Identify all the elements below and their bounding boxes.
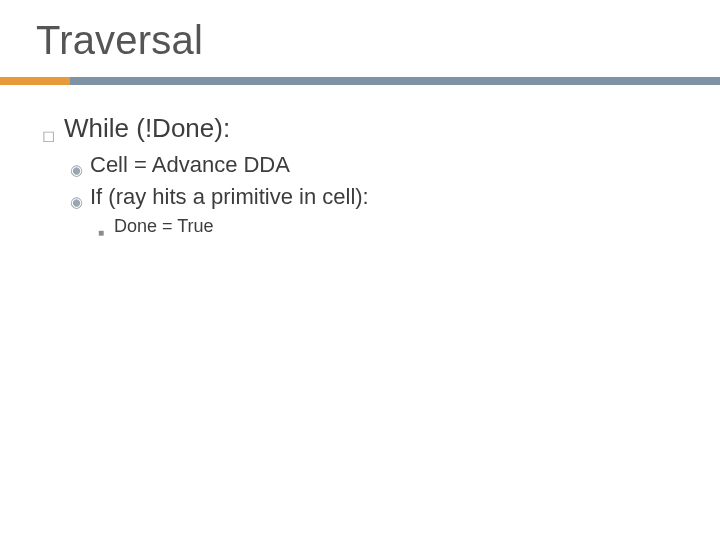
underline-main	[70, 77, 720, 85]
square-bullet-icon: ◻	[42, 128, 64, 144]
bullet-level1: ◻ While (!Done):	[42, 113, 684, 144]
bullet-text: Cell = Advance DDA	[90, 152, 290, 178]
bullet-level2: ◉ If (ray hits a primitive in cell):	[70, 184, 684, 210]
slide-title: Traversal	[36, 18, 684, 63]
square-bullet-icon: ■	[98, 228, 114, 238]
slide-body: ◻ While (!Done): ◉ Cell = Advance DDA ◉ …	[36, 113, 684, 237]
circle-bullet-icon: ◉	[70, 162, 90, 177]
bullet-level2: ◉ Cell = Advance DDA	[70, 152, 684, 178]
bullet-text: If (ray hits a primitive in cell):	[90, 184, 369, 210]
bullet-text: While (!Done):	[64, 113, 230, 144]
slide: Traversal ◻ While (!Done): ◉ Cell = Adva…	[0, 0, 720, 540]
bullet-text: Done = True	[114, 216, 214, 237]
underline-accent	[0, 77, 70, 85]
title-underline	[36, 77, 684, 85]
circle-bullet-icon: ◉	[70, 194, 90, 209]
bullet-level3: ■ Done = True	[98, 216, 684, 237]
